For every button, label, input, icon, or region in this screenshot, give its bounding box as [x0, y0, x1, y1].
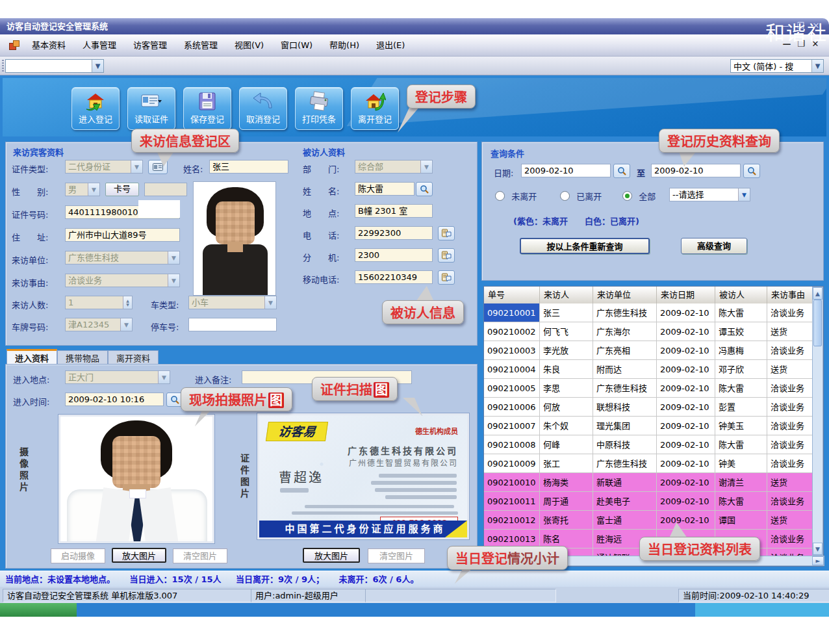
chevron-down-icon[interactable]: ▼ [88, 183, 99, 196]
visit-reason-combo[interactable]: 洽谈业务▼ [65, 274, 180, 287]
chevron-down-icon[interactable]: ▼ [168, 274, 179, 287]
table-cell-id[interactable]: 090210008 [484, 435, 540, 454]
table-cell-reason[interactable]: 送货 [767, 473, 813, 492]
table-cell-date[interactable]: 2009-02-10 [657, 511, 715, 530]
date-from-field[interactable]: 2009-02-10 [521, 164, 611, 177]
date-to-picker-button[interactable] [743, 164, 760, 178]
table-cell-visitor[interactable]: 朱良 [540, 360, 593, 379]
table-cell-visitor[interactable]: 张三 [540, 303, 593, 322]
table-cell-id[interactable]: 090210009 [484, 454, 540, 473]
table-cell-host[interactable]: 陈大雷 [715, 435, 767, 454]
table-cell-id[interactable]: 090210005 [484, 379, 540, 398]
card-number-field[interactable] [144, 183, 187, 196]
table-cell-host[interactable]: 陈大雷 [715, 303, 767, 322]
zoom-photo-button[interactable]: 放大图片 [112, 548, 166, 563]
table-cell-reason[interactable]: 洽谈业务 [767, 398, 813, 417]
notify-mobile-button[interactable] [438, 270, 455, 285]
chevron-down-icon[interactable]: ▼ [264, 296, 276, 309]
table-cell-host[interactable]: 谭国 [715, 511, 767, 530]
table-cell-company[interactable]: 广东海尔 [593, 322, 657, 341]
visitor-count-stepper[interactable]: 1▲▼ [65, 296, 133, 309]
table-cell-id[interactable]: 090210011 [484, 492, 540, 511]
table-cell-id[interactable]: 090210002 [484, 322, 540, 341]
table-row[interactable]: 090210002何飞飞广东海尔2009-02-10谭玉姣送货 [484, 322, 813, 341]
table-cell-visitor[interactable]: 周于通 [540, 492, 593, 511]
clear-idcard-button[interactable]: 清空图片 [368, 548, 425, 563]
table-cell-company[interactable]: 赴美电子 [593, 492, 657, 511]
table-cell-reason[interactable]: 洽谈业务 [767, 417, 813, 435]
table-cell-host[interactable]: 陈大雷 [715, 379, 767, 398]
read-idcard-button[interactable]: 读取证件 [127, 87, 175, 130]
table-cell-visitor[interactable]: 李思 [540, 379, 593, 398]
table-cell-host[interactable]: 彭置 [715, 398, 767, 417]
zoom-idcard-button[interactable]: 放大图片 [303, 548, 360, 563]
table-row[interactable]: 090210011周于通赴美电子2009-02-10陈大雷洽谈业务 [484, 492, 813, 511]
enter-register-button[interactable]: 进入登记 [71, 87, 120, 130]
date-to-field[interactable]: 2009-02-10 [651, 164, 741, 177]
menu-item-help[interactable]: 帮助(H) [321, 34, 368, 57]
print-slip-button[interactable]: 打印凭条 [295, 87, 343, 130]
chevron-down-icon[interactable]: ▼ [92, 60, 103, 72]
table-cell-visitor[interactable]: 张寄托 [540, 511, 593, 530]
table-row[interactable]: 090210003李光放广东亮相2009-02-10冯惠梅洽谈业务 [484, 341, 813, 360]
dept-combo[interactable]: 综合部▼ [355, 160, 433, 174]
table-cell-host[interactable]: 冯惠梅 [715, 341, 767, 360]
gender-combo[interactable]: 男▼ [65, 183, 100, 196]
search-person-button[interactable] [416, 182, 433, 196]
col-header-date[interactable]: 来访日期 [657, 287, 715, 303]
col-header-company[interactable]: 来访单位 [593, 287, 657, 303]
table-row[interactable]: 090210007朱个奴理光集团2009-02-10钟美玉洽谈业务 [484, 417, 813, 435]
table-cell-company[interactable]: 新联通 [593, 473, 657, 492]
vertical-scrollbar[interactable]: ▲ ▼ [812, 287, 823, 556]
plate-combo[interactable]: 津A12345▼ [65, 318, 133, 331]
table-row[interactable]: 090210008何峰中原科技2009-02-10陈大雷洽谈业务 [484, 435, 813, 454]
table-cell-reason[interactable]: 洽谈业务 [767, 548, 813, 556]
parking-field[interactable] [188, 318, 277, 331]
table-cell-id[interactable]: 090210001 [484, 303, 540, 322]
table-cell-company[interactable]: 广东亮相 [593, 341, 657, 360]
menu-item-exit[interactable]: 退出(E) [368, 34, 413, 57]
table-cell-date[interactable]: 2009-02-10 [657, 341, 715, 360]
table-cell-id[interactable]: 090210010 [484, 473, 540, 492]
save-register-button[interactable]: 保存登记 [183, 87, 231, 130]
entry-place-combo[interactable]: 正大门▼ [65, 370, 170, 384]
chevron-down-icon[interactable]: ▼ [131, 161, 142, 173]
table-cell-date[interactable]: 2009-02-10 [657, 303, 715, 322]
table-cell-company[interactable]: 联想科技 [593, 398, 657, 417]
table-cell-date[interactable]: 2009-02-10 [657, 435, 715, 454]
table-cell-visitor[interactable]: 何飞飞 [540, 322, 593, 341]
col-header-visitor[interactable]: 来访人 [540, 287, 593, 303]
radio-all[interactable]: 全部 [622, 190, 656, 202]
mobile-field[interactable]: 15602210349 [355, 270, 433, 284]
table-cell-date[interactable]: 2009-02-10 [657, 473, 715, 492]
table-cell-company[interactable]: 富士通 [593, 511, 657, 530]
visitor-name-field[interactable]: 张三 [209, 160, 288, 174]
table-cell-id[interactable]: 090210003 [484, 341, 540, 360]
table-row[interactable]: 090210005李思广东德生科技2009-02-10陈大雷洽谈业务 [484, 379, 813, 398]
menu-item-basic[interactable]: 基本资料 [23, 34, 74, 57]
radio-icon[interactable] [560, 191, 570, 201]
table-cell-host[interactable]: 钟美 [715, 454, 767, 473]
table-cell-reason[interactable]: 洽谈业务 [767, 530, 813, 548]
table-cell-date[interactable]: 2009-02-10 [657, 454, 715, 473]
menu-item-system[interactable]: 系统管理 [175, 34, 226, 57]
table-cell-company[interactable]: 中原科技 [593, 435, 657, 454]
table-cell-date[interactable]: 2009-02-10 [657, 360, 715, 379]
table-cell-reason[interactable]: 洽谈业务 [767, 303, 813, 322]
table-cell-reason[interactable]: 送货 [767, 322, 813, 341]
table-cell-reason[interactable]: 洽谈业务 [767, 492, 813, 511]
quick-combo[interactable]: ▼ [5, 59, 104, 73]
visited-name-field[interactable]: 陈大雷 [355, 182, 414, 196]
table-row[interactable]: 090210012张寄托富士通2009-02-10谭国送货 [484, 511, 813, 530]
table-cell-date[interactable]: 2009-02-10 [657, 492, 715, 511]
col-header-host[interactable]: 被访人 [715, 287, 767, 303]
menu-item-view[interactable]: 视图(V) [226, 34, 272, 57]
chevron-down-icon[interactable]: ▼ [168, 251, 179, 264]
table-cell-visitor[interactable]: 何放 [540, 398, 593, 417]
table-cell-date[interactable]: 2009-02-10 [657, 417, 715, 435]
table-row[interactable]: 090210009张工广东德生科技2009-02-10钟美洽谈业务 [484, 454, 813, 473]
table-row[interactable]: 090210004朱良附而达2009-02-10邓子欣送货 [484, 360, 813, 379]
clear-photo-button[interactable]: 清空图片 [173, 548, 227, 563]
advanced-query-button[interactable]: 高级查询 [681, 238, 747, 254]
table-cell-id[interactable]: 090210006 [484, 398, 540, 417]
